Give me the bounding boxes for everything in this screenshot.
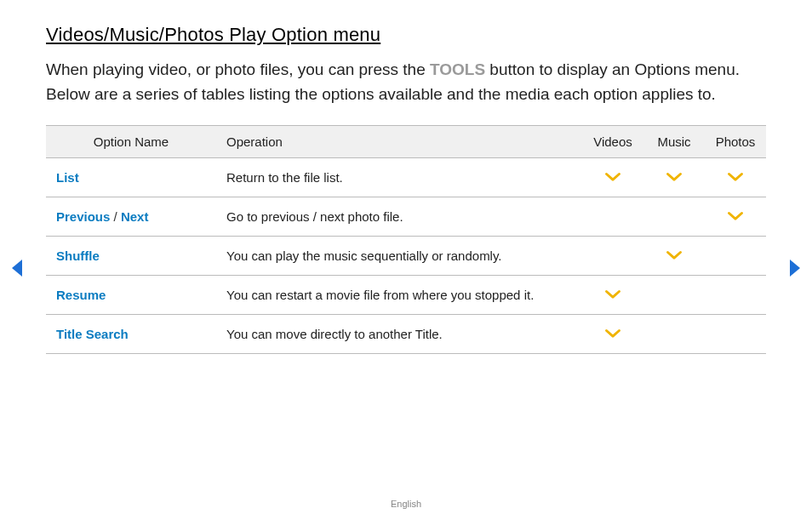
option-name-part: Previous — [56, 209, 110, 224]
option-name-part: Next — [121, 209, 149, 224]
check-icon — [604, 170, 621, 185]
intro-text: When playing video, or photo files, you … — [46, 58, 766, 106]
svg-marker-1 — [790, 260, 800, 277]
operation-cell: You can restart a movie file from where … — [216, 276, 582, 315]
table-row: ListReturn to the file list. — [46, 158, 766, 197]
option-name-cell: Resume — [46, 276, 216, 315]
videos-cell — [582, 197, 643, 237]
option-name-separator: / — [110, 209, 121, 224]
header-option-name: Option Name — [46, 126, 216, 158]
check-icon — [727, 209, 744, 224]
option-name-part: Shuffle — [56, 248, 100, 263]
table-row: Title SearchYou can move directly to ano… — [46, 315, 766, 354]
header-photos: Photos — [705, 126, 766, 158]
options-table: Option Name Operation Videos Music Photo… — [46, 125, 766, 354]
photos-cell — [705, 276, 766, 315]
table-row: ShuffleYou can play the music sequential… — [46, 237, 766, 276]
music-cell — [643, 237, 705, 276]
option-name-part: Title Search — [56, 327, 129, 341]
videos-cell — [582, 237, 643, 276]
tools-label: TOOLS — [430, 60, 485, 78]
photos-cell — [705, 197, 766, 237]
page-title: Videos/Music/Photos Play Option menu — [46, 24, 766, 46]
check-icon — [727, 170, 744, 185]
triangle-right-icon — [786, 258, 802, 278]
photos-cell — [705, 158, 766, 197]
videos-cell — [582, 315, 643, 354]
table-row: ResumeYou can restart a movie file from … — [46, 276, 766, 315]
header-operation: Operation — [216, 126, 582, 158]
check-icon — [666, 170, 683, 185]
videos-cell — [582, 276, 643, 315]
footer-language: English — [0, 499, 812, 509]
check-icon — [666, 248, 683, 263]
option-name-part: Resume — [56, 288, 106, 302]
photos-cell — [705, 315, 766, 354]
option-name-cell: Title Search — [46, 315, 216, 354]
music-cell — [643, 315, 705, 354]
option-name-cell: Shuffle — [46, 237, 216, 276]
check-icon — [604, 288, 621, 302]
photos-cell — [705, 237, 766, 276]
music-cell — [643, 158, 705, 197]
header-videos: Videos — [582, 126, 643, 158]
check-icon — [604, 327, 621, 341]
table-row: Previous / NextGo to previous / next pho… — [46, 197, 766, 237]
option-name-part: List — [56, 170, 79, 185]
videos-cell — [582, 158, 643, 197]
triangle-left-icon — [10, 258, 26, 278]
operation-cell: You can move directly to another Title. — [216, 315, 582, 354]
option-name-cell: List — [46, 158, 216, 197]
nav-prev-button[interactable] — [10, 258, 26, 278]
nav-next-button[interactable] — [786, 258, 802, 278]
music-cell — [643, 197, 705, 237]
intro-pre: When playing video, or photo files, you … — [46, 60, 430, 78]
operation-cell: Go to previous / next photo file. — [216, 197, 582, 237]
music-cell — [643, 276, 705, 315]
option-name-cell: Previous / Next — [46, 197, 216, 237]
operation-cell: You can play the music sequentially or r… — [216, 237, 582, 276]
header-music: Music — [643, 126, 705, 158]
operation-cell: Return to the file list. — [216, 158, 582, 197]
table-header-row: Option Name Operation Videos Music Photo… — [46, 126, 766, 158]
svg-marker-0 — [12, 260, 22, 277]
